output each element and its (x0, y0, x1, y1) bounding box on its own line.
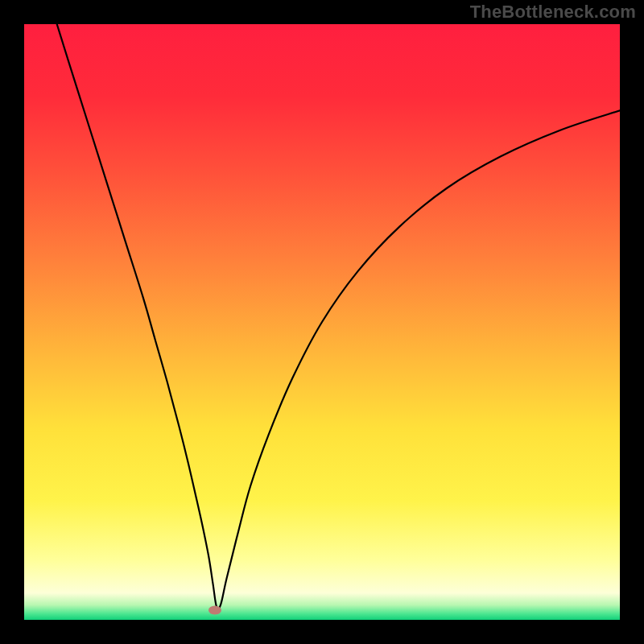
watermark-text: TheBottleneck.com (470, 2, 636, 23)
chart-frame: TheBottleneck.com (0, 0, 644, 644)
plot-area (24, 24, 620, 620)
bottleneck-curve (24, 24, 620, 620)
optimal-point-marker (208, 606, 221, 615)
